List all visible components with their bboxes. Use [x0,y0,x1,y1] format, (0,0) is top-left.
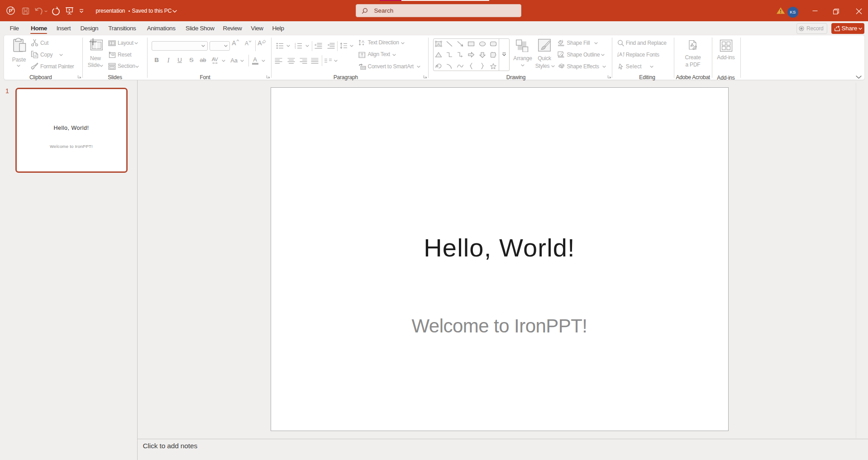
svg-text:A: A [437,42,439,47]
svg-text:3: 3 [295,47,296,49]
svg-text:P: P [9,8,13,14]
svg-text:A: A [362,39,364,44]
svg-text:A: A [619,52,622,57]
